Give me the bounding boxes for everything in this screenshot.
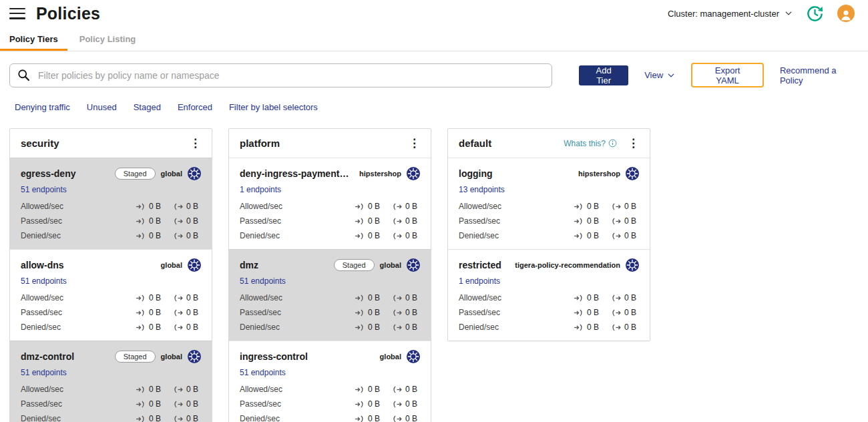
search-icon bbox=[17, 68, 31, 82]
ingress-icon bbox=[136, 401, 146, 408]
ingress-icon bbox=[136, 415, 146, 422]
policy-card[interactable]: dmz-control Staged global 51 endpoints A… bbox=[10, 341, 212, 422]
ingress-value: 0 B bbox=[368, 216, 380, 226]
metric-label: Denied/sec bbox=[21, 414, 61, 422]
menu-icon[interactable] bbox=[9, 8, 25, 19]
ingress-icon bbox=[136, 324, 146, 331]
policy-name[interactable]: restricted bbox=[459, 260, 509, 270]
egress-icon bbox=[173, 218, 183, 225]
metric-label: Denied/sec bbox=[240, 231, 280, 240]
metric-label: Passed/sec bbox=[21, 399, 62, 409]
metric-label: Allowed/sec bbox=[240, 202, 282, 211]
egress-icon bbox=[392, 309, 402, 316]
search-box bbox=[9, 63, 552, 87]
ingress-value: 0 B bbox=[149, 308, 161, 317]
metric-label: Passed/sec bbox=[21, 308, 62, 317]
egress-icon bbox=[173, 294, 183, 302]
metric-label: Passed/sec bbox=[240, 216, 281, 226]
search-input[interactable] bbox=[37, 69, 545, 81]
recommend-policy-link[interactable]: Recommend a Policy bbox=[780, 65, 855, 85]
filter-enforced[interactable]: Enforced bbox=[178, 102, 212, 112]
filter-staged[interactable]: Staged bbox=[134, 102, 161, 112]
ingress-icon bbox=[136, 294, 146, 302]
ingress-icon bbox=[355, 415, 365, 422]
app-header: Policies Cluster: management-cluster bbox=[0, 0, 868, 27]
policy-name[interactable]: ingress-control bbox=[240, 351, 375, 362]
endpoints-link[interactable]: 1 endpoints bbox=[240, 185, 281, 194]
tier-name: default bbox=[459, 138, 554, 149]
egress-value: 0 B bbox=[624, 308, 636, 317]
policy-card[interactable]: egress-deny Staged global 51 endpoints A… bbox=[10, 158, 212, 249]
tab-policy-tiers[interactable]: Policy Tiers bbox=[0, 27, 67, 51]
filter-unused[interactable]: Unused bbox=[87, 102, 117, 112]
whats-this-link[interactable]: Whats this? bbox=[564, 139, 617, 148]
ingress-icon bbox=[355, 401, 365, 408]
policy-card[interactable]: dmz Staged global 51 endpoints Allowed/s… bbox=[229, 249, 431, 341]
tier-column-default: default Whats this? ⋮ logging hipstersho… bbox=[447, 128, 650, 341]
user-avatar[interactable] bbox=[837, 5, 855, 22]
metric-label: Denied/sec bbox=[240, 323, 280, 332]
scope-label: global bbox=[380, 261, 401, 269]
egress-value: 0 B bbox=[405, 293, 417, 302]
policy-card[interactable]: logging hipstershop 13 endpoints Allowed… bbox=[448, 158, 650, 249]
metric-label: Allowed/sec bbox=[459, 202, 501, 211]
history-icon[interactable] bbox=[806, 5, 824, 23]
policy-name[interactable]: allow-dns bbox=[21, 260, 156, 270]
cluster-label: Cluster: management-cluster bbox=[668, 9, 779, 19]
metric-label: Allowed/sec bbox=[21, 293, 63, 302]
add-tier-button[interactable]: Add Tier bbox=[579, 65, 628, 85]
metric-label: Denied/sec bbox=[21, 231, 61, 240]
egress-value: 0 B bbox=[405, 308, 417, 317]
egress-value: 0 B bbox=[405, 385, 417, 394]
policy-name[interactable]: logging bbox=[459, 168, 573, 179]
ingress-icon bbox=[574, 309, 584, 316]
egress-icon bbox=[392, 324, 402, 331]
ingress-icon bbox=[574, 218, 584, 225]
endpoints-link[interactable]: 51 endpoints bbox=[240, 368, 286, 377]
policy-card[interactable]: allow-dns global 51 endpoints Allowed/se… bbox=[10, 249, 212, 341]
tier-name: security bbox=[21, 138, 179, 149]
tier-menu-icon[interactable]: ⋮ bbox=[407, 138, 421, 149]
policy-card[interactable]: restricted tigera-policy-recommendation … bbox=[448, 249, 650, 341]
endpoints-link[interactable]: 51 endpoints bbox=[21, 185, 67, 194]
export-yaml-button[interactable]: Export YAML bbox=[691, 63, 764, 87]
endpoints-link[interactable]: 13 endpoints bbox=[459, 185, 505, 194]
tier-menu-icon[interactable]: ⋮ bbox=[188, 138, 202, 149]
policy-card[interactable]: ingress-control global 51 endpoints Allo… bbox=[229, 341, 431, 422]
endpoints-link[interactable]: 51 endpoints bbox=[21, 276, 67, 286]
cluster-selector[interactable]: Cluster: management-cluster bbox=[668, 9, 793, 19]
policy-name[interactable]: dmz bbox=[240, 260, 329, 270]
toolbar: Add Tier View Export YAML Recommend a Po… bbox=[0, 51, 868, 87]
scope-label: hipstershop bbox=[578, 170, 620, 178]
tab-policy-listing[interactable]: Policy Listing bbox=[70, 27, 146, 51]
policy-name[interactable]: egress-deny bbox=[21, 168, 110, 179]
egress-icon bbox=[611, 294, 621, 302]
metric-label: Allowed/sec bbox=[240, 293, 282, 302]
egress-value: 0 B bbox=[186, 399, 198, 409]
egress-icon bbox=[173, 386, 183, 393]
chevron-down-icon bbox=[667, 71, 675, 79]
ingress-icon bbox=[355, 294, 365, 302]
ingress-value: 0 B bbox=[587, 308, 599, 317]
ingress-icon bbox=[574, 203, 584, 210]
kubernetes-icon bbox=[407, 167, 420, 180]
endpoints-link[interactable]: 51 endpoints bbox=[21, 368, 67, 377]
tier-menu-icon[interactable]: ⋮ bbox=[626, 138, 640, 149]
policy-name[interactable]: dmz-control bbox=[21, 351, 110, 362]
ingress-icon bbox=[574, 324, 584, 331]
egress-value: 0 B bbox=[405, 399, 417, 409]
filter-denying-traffic[interactable]: Denying traffic bbox=[15, 102, 70, 112]
kubernetes-icon bbox=[188, 258, 201, 272]
policy-name[interactable]: deny-ingress-paymentservi... bbox=[240, 168, 354, 179]
egress-value: 0 B bbox=[624, 216, 636, 226]
chevron-down-icon bbox=[785, 9, 793, 17]
filter-label-selectors[interactable]: Filter by label selectors bbox=[229, 102, 318, 112]
filter-links: Denying traffic Unused Staged Enforced F… bbox=[15, 102, 868, 112]
endpoints-link[interactable]: 51 endpoints bbox=[240, 276, 286, 286]
policy-card[interactable]: deny-ingress-paymentservi... hipstershop… bbox=[229, 158, 431, 249]
ingress-value: 0 B bbox=[587, 216, 599, 226]
view-dropdown[interactable]: View bbox=[644, 70, 675, 80]
endpoints-link[interactable]: 1 endpoints bbox=[459, 276, 500, 286]
ingress-value: 0 B bbox=[149, 323, 161, 332]
kubernetes-icon bbox=[626, 258, 639, 272]
